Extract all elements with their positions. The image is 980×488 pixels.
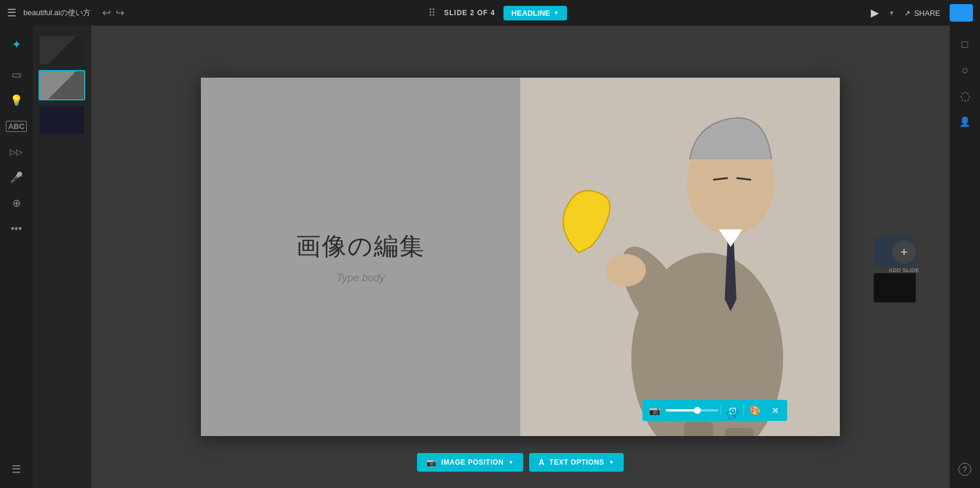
- thumb-3-preview: [40, 106, 84, 134]
- palette-tool-button[interactable]: 🎨: [746, 402, 764, 419]
- share-icon: ↗: [904, 9, 911, 18]
- chat-icon: □: [962, 39, 968, 51]
- share-label: SHARE: [914, 9, 940, 18]
- slide-indicator: SLIDE 2 OF 4: [444, 9, 495, 17]
- bottom-toolbar: 📷 IMAGE POSITION A TEXT OPTIONS: [417, 453, 624, 472]
- topbar-center: ⠿ SLIDE 2 OF 4 HEADLINE: [124, 6, 871, 20]
- sidebar-account[interactable]: ○: [953, 58, 976, 82]
- canvas-area: + ADD SLIDE 画像の編集 Type body: [91, 26, 950, 488]
- image-position-button[interactable]: 📷 IMAGE POSITION: [417, 453, 523, 472]
- add-slide-label: ADD SLIDE: [889, 267, 919, 273]
- close-icon: ✕: [772, 405, 779, 416]
- undo-button[interactable]: ↩: [102, 6, 111, 19]
- text-bottom-icon: A: [538, 458, 545, 467]
- right-sidebar: □ ○ ◌ 👤 ?: [950, 26, 980, 488]
- svg-rect-9: [684, 422, 713, 436]
- play-button[interactable]: ▶: [871, 6, 879, 19]
- help-icon: ?: [958, 463, 971, 476]
- slide-body-placeholder[interactable]: Type body: [336, 272, 385, 284]
- slide-panel: [33, 26, 91, 488]
- image-position-label: IMAGE POSITION: [442, 458, 504, 466]
- person-add-icon: 👤: [959, 116, 971, 127]
- play-dropdown-icon[interactable]: ▼: [888, 9, 895, 16]
- camera-icon: 📷: [649, 405, 661, 416]
- slide-thumb-3[interactable]: [39, 105, 85, 135]
- sidebar-item-mic[interactable]: 🎤: [5, 166, 28, 189]
- sidebar-item-more[interactable]: •••: [5, 217, 28, 240]
- thumb-1-preview: [40, 36, 84, 64]
- undo-redo-group: ↩ ↪: [102, 6, 124, 19]
- slide-right-panel[interactable]: 📷 ⊡ 🎨 ✕: [520, 78, 840, 436]
- bulb-icon: 💡: [10, 94, 23, 107]
- slide-canvas: 画像の編集 Type body: [201, 78, 840, 436]
- sidebar-person-add[interactable]: 👤: [953, 110, 976, 133]
- sidebar-item-animation[interactable]: ▷▷: [5, 140, 28, 163]
- animation-icon: ▷▷: [10, 147, 23, 156]
- more-icon: •••: [11, 223, 22, 235]
- sidebar-item-slides[interactable]: ▭: [5, 63, 28, 86]
- toolbar-divider-2: [743, 405, 744, 416]
- dashed-circle-icon: ◌: [960, 89, 970, 103]
- logo-icon[interactable]: ✦: [5, 33, 28, 56]
- slide-image-svg: [520, 78, 840, 436]
- mic-icon: 🎤: [10, 171, 23, 184]
- notes-icon: ☰: [12, 463, 21, 476]
- add-slide-button[interactable]: + ADD SLIDE: [889, 240, 919, 273]
- text-options-label: TEXT OPTIONS: [550, 458, 604, 466]
- sidebar-item-ideas[interactable]: 💡: [5, 89, 28, 112]
- slide-image: 📷 ⊡ 🎨 ✕: [520, 78, 840, 436]
- svg-point-3: [605, 254, 646, 287]
- slider-fill: [666, 409, 697, 412]
- share-button[interactable]: ↗ SHARE: [904, 9, 940, 18]
- text-icon: ABC: [6, 121, 27, 132]
- topbar-left: ☰ beautiful.aiの使い方 ↩ ↪: [7, 6, 124, 19]
- redo-button[interactable]: ↪: [116, 6, 124, 19]
- add-slide-circle: +: [892, 240, 916, 264]
- app-title: beautiful.aiの使い方: [23, 8, 91, 18]
- topbar-right: ▶ ▼ ↗ SHARE: [871, 4, 973, 22]
- sidebar-item-text[interactable]: ABC: [5, 114, 28, 138]
- zoom-slider[interactable]: [666, 409, 718, 412]
- camera-tool-button[interactable]: 📷: [646, 402, 663, 419]
- left-sidebar: ✦ ▭ 💡 ABC ▷▷ 🎤 ⊕ ••• ☰: [0, 26, 33, 488]
- sidebar-item-notes[interactable]: ☰: [5, 458, 28, 481]
- sidebar-item-cursor[interactable]: ⊕: [5, 191, 28, 215]
- cursor-icon: ⊕: [12, 197, 21, 210]
- headline-button[interactable]: HEADLINE: [503, 6, 567, 20]
- slide-thumb-2[interactable]: [39, 70, 85, 100]
- slides-icon: ▭: [12, 68, 22, 81]
- upgrade-button[interactable]: [950, 4, 973, 22]
- topbar: ☰ beautiful.aiの使い方 ↩ ↪ ⠿ SLIDE 2 OF 4 HE…: [0, 0, 980, 26]
- slide-thumb-1[interactable]: [39, 35, 85, 65]
- sidebar-help[interactable]: ?: [953, 458, 976, 481]
- thumb-2-preview: [40, 71, 84, 99]
- svg-rect-10: [725, 428, 754, 436]
- slide-left-panel: 画像の編集 Type body: [201, 78, 520, 436]
- plus-icon: +: [901, 245, 908, 260]
- toolbar-divider-1: [721, 405, 721, 416]
- menu-icon[interactable]: ☰: [7, 6, 16, 19]
- camera-bottom-icon: 📷: [426, 458, 437, 467]
- sidebar-chat[interactable]: □: [953, 33, 976, 56]
- account-icon: ○: [961, 64, 968, 77]
- image-toolbar: 📷 ⊡ 🎨 ✕: [642, 400, 787, 421]
- sidebar-dashed-circle[interactable]: ◌: [953, 84, 976, 107]
- close-tool-button[interactable]: ✕: [766, 402, 784, 419]
- grid-icon[interactable]: ⠿: [428, 6, 436, 19]
- palette-icon: 🎨: [749, 405, 761, 416]
- slider-thumb: [694, 407, 701, 414]
- slide-title[interactable]: 画像の編集: [296, 230, 425, 263]
- right-thumb-2[interactable]: [874, 273, 916, 302]
- text-options-button[interactable]: A TEXT OPTIONS: [529, 453, 624, 472]
